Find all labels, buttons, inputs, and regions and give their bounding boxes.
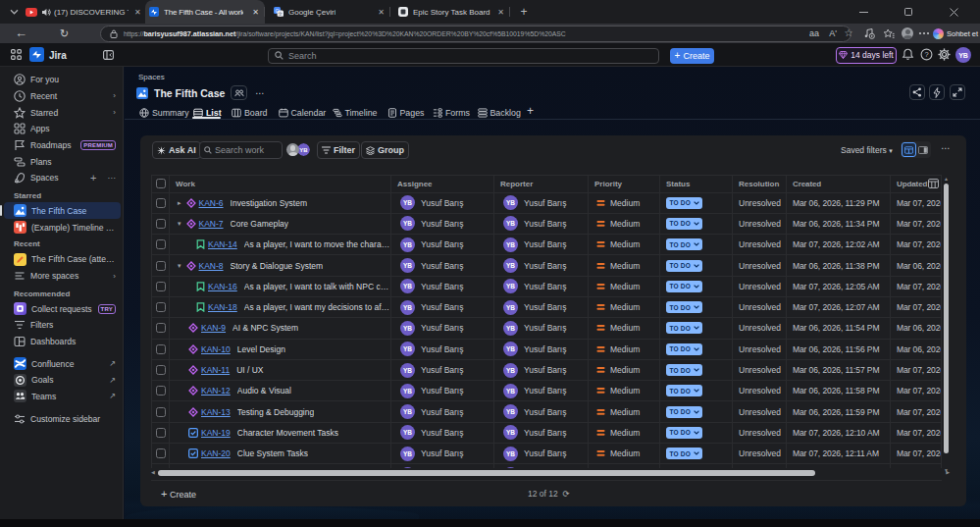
svg-text:文: 文 [278,11,283,17]
svg-text:?: ? [924,50,928,59]
